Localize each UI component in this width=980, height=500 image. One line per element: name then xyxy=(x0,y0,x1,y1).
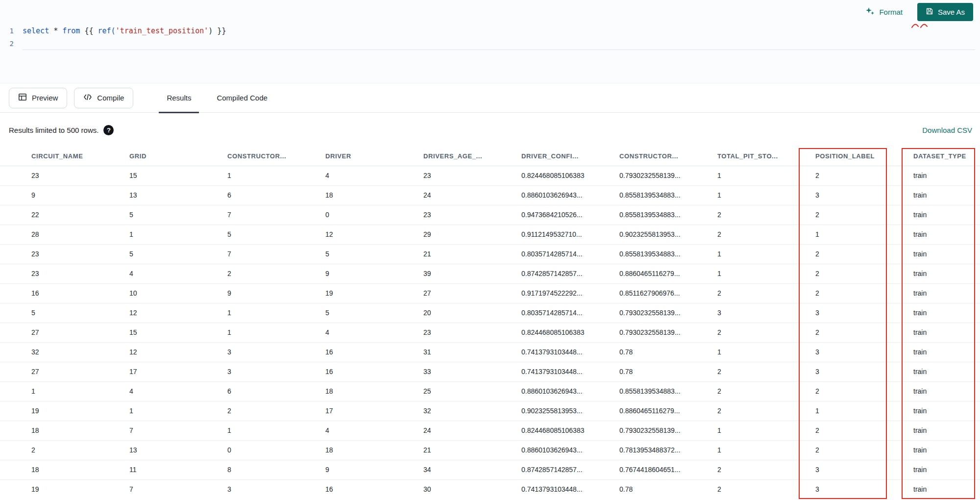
table-cell: 3 xyxy=(686,303,784,323)
table-cell: 6 xyxy=(196,381,294,401)
table-cell: 24 xyxy=(392,185,490,205)
column-header: POSITION_LABEL xyxy=(784,147,882,166)
table-cell: 9 xyxy=(196,283,294,303)
table-cell: 5 xyxy=(196,225,294,244)
table-cell: 0.8558139534883... xyxy=(588,205,686,225)
code-token xyxy=(49,26,53,35)
table-cell: 16 xyxy=(294,362,392,381)
table-cell: 27 xyxy=(0,323,98,342)
table-cell: 1 xyxy=(0,381,98,401)
table-row: 23429390.8742857142857...0.8860465116279… xyxy=(0,264,980,283)
table-cell: 17 xyxy=(98,362,196,381)
code-line-2[interactable]: 2 xyxy=(0,37,980,50)
table-cell: 25 xyxy=(392,381,490,401)
table-cell: 2 xyxy=(784,166,882,185)
table-cell: 12 xyxy=(98,342,196,362)
table-cell: train xyxy=(882,323,980,342)
table-cell: 2 xyxy=(686,401,784,421)
preview-button[interactable]: Preview xyxy=(9,88,67,108)
help-icon[interactable]: ? xyxy=(103,125,114,135)
table-cell: train xyxy=(882,166,980,185)
code-token: ) }} xyxy=(208,26,226,35)
results-tabs: Results Compiled Code xyxy=(154,83,280,113)
table-cell: 0.9473684210526... xyxy=(490,205,588,225)
table-cell: 0.824468085106383 xyxy=(490,166,588,185)
table-cell: 13 xyxy=(98,185,196,205)
table-cell: 2 xyxy=(784,323,882,342)
table-cell: 0.78 xyxy=(588,479,686,499)
column-header: TOTAL_PIT_STO... xyxy=(686,147,784,166)
table-cell: 0.824468085106383 xyxy=(490,421,588,440)
table-cell: 3 xyxy=(784,303,882,323)
table-cell: train xyxy=(882,205,980,225)
table-cell: 5 xyxy=(294,244,392,264)
table-cell: 1 xyxy=(98,225,196,244)
table-cell: 18 xyxy=(0,460,98,479)
code-line-1[interactable]: 1 select * from {{ ref('train_test_posit… xyxy=(0,25,980,37)
table-cell: 0.7674418604651... xyxy=(588,460,686,479)
table-cell: 28 xyxy=(0,225,98,244)
table-cell: 18 xyxy=(0,421,98,440)
table-cell: 1 xyxy=(196,303,294,323)
table-cell: 18 xyxy=(294,185,392,205)
table-cell: train xyxy=(882,283,980,303)
table-cell: 0.8558139534883... xyxy=(588,185,686,205)
table-cell: 0.78 xyxy=(588,342,686,362)
table-cell: 0.824468085106383 xyxy=(490,323,588,342)
code-token: {{ xyxy=(80,26,98,35)
table-cell: 18 xyxy=(294,440,392,460)
table-cell: 2 xyxy=(686,460,784,479)
compile-button[interactable]: Compile xyxy=(74,88,133,108)
table-cell: 2 xyxy=(784,381,882,401)
table-cell: train xyxy=(882,381,980,401)
sql-editor-pane[interactable]: Format Save As 1 select * from {{ ref('t… xyxy=(0,0,980,83)
table-cell: 22 xyxy=(0,205,98,225)
table-cell: 3 xyxy=(196,342,294,362)
table-cell: train xyxy=(882,440,980,460)
table-cell: 7 xyxy=(196,244,294,264)
table-cell: 0.8742857142857... xyxy=(490,264,588,283)
table-cell: 1 xyxy=(686,166,784,185)
table-cell: 2 xyxy=(784,244,882,264)
code-editor[interactable]: 1 select * from {{ ref('train_test_posit… xyxy=(0,25,980,50)
column-header: DRIVER xyxy=(294,147,392,166)
table-cell: 2 xyxy=(686,381,784,401)
results-table-container[interactable]: CIRCUIT_NAMEGRIDCONSTRUCTOR...DRIVERDRIV… xyxy=(0,147,980,500)
table-grid-icon xyxy=(18,93,27,103)
table-cell: 23 xyxy=(0,244,98,264)
format-button[interactable]: Format xyxy=(865,6,903,18)
table-cell: 0.9023255813953... xyxy=(490,401,588,421)
table-cell: 0 xyxy=(294,205,392,225)
results-info-bar: Results limited to 500 rows. ? Download … xyxy=(0,113,980,147)
save-as-button[interactable]: Save As xyxy=(917,3,973,21)
table-row: 18714240.8244680851063830.7930232558139.… xyxy=(0,421,980,440)
column-header: CONSTRUCTOR... xyxy=(196,147,294,166)
column-header: CIRCUIT_NAME xyxy=(0,147,98,166)
table-cell: 2 xyxy=(686,225,784,244)
table-cell: 15 xyxy=(98,166,196,185)
table-row: 3212316310.7413793103448...0.7813train xyxy=(0,342,980,362)
code-line-2-content[interactable] xyxy=(23,37,975,50)
table-cell: 0 xyxy=(196,440,294,460)
table-cell: 23 xyxy=(0,166,98,185)
table-cell: 12 xyxy=(98,303,196,323)
table-cell: 39 xyxy=(392,264,490,283)
table-cell: 7 xyxy=(98,421,196,440)
table-cell: train xyxy=(882,401,980,421)
table-cell: 5 xyxy=(98,244,196,264)
table-cell: 3 xyxy=(784,342,882,362)
table-cell: 23 xyxy=(392,323,490,342)
table-cell: 0.7930232558139... xyxy=(588,303,686,323)
table-cell: 24 xyxy=(392,421,490,440)
table-cell: 17 xyxy=(294,401,392,421)
code-line-1-content[interactable]: select * from {{ ref('train_test_positio… xyxy=(23,25,980,37)
tab-compiled-code[interactable]: Compiled Code xyxy=(204,83,280,113)
table-cell: 1 xyxy=(686,421,784,440)
line-number-2: 2 xyxy=(0,40,23,48)
download-csv-link[interactable]: Download CSV xyxy=(922,126,972,134)
table-row: 213018210.8860103626943...0.781395348837… xyxy=(0,440,980,460)
tab-results[interactable]: Results xyxy=(154,83,204,113)
table-cell: 27 xyxy=(0,362,98,381)
editor-topbar: Format Save As xyxy=(865,0,980,24)
code-token: from xyxy=(62,26,80,35)
